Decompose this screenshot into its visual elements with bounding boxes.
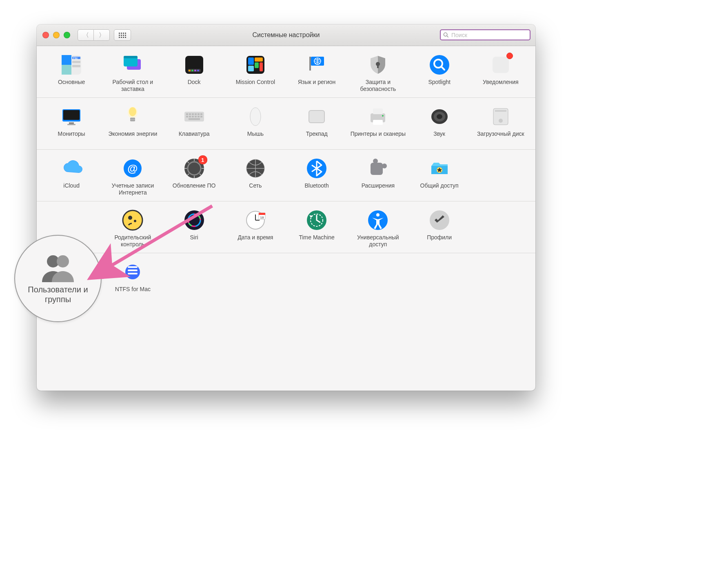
pref-label: Расширения (362, 182, 395, 196)
pref-label: Клавиатура (179, 130, 210, 144)
back-button[interactable]: 〈 (78, 29, 94, 41)
grid-icon (119, 33, 126, 38)
spotlight-icon (428, 53, 451, 76)
red-dot (506, 53, 513, 59)
pref-keyboard[interactable]: Клавиатура (164, 102, 225, 144)
pref-trackpad[interactable]: Трекпад (286, 102, 347, 144)
accessibility-icon (366, 209, 389, 232)
chevron-left-icon: 〈 (83, 31, 89, 39)
pref-internet[interactable]: Учетные записи Интернета (102, 154, 163, 196)
forward-button[interactable]: 〉 (94, 29, 110, 41)
pref-label: Dock (188, 79, 201, 93)
pref-siri[interactable]: Siri (164, 206, 225, 248)
security-icon (366, 53, 389, 76)
trackpad-icon (305, 105, 328, 128)
mouse-icon (244, 105, 267, 128)
pref-general[interactable]: Основные (41, 50, 102, 93)
svg-line-115 (447, 36, 448, 38)
siri-icon (183, 209, 206, 232)
dock-icon (183, 53, 206, 76)
pref-ntfs[interactable]: NTFS for Mac (102, 257, 163, 300)
close-button[interactable] (42, 32, 49, 38)
sound-icon (428, 105, 451, 128)
pref-timemachine[interactable]: Time Machine (286, 206, 347, 248)
profiles-icon (428, 209, 451, 232)
pref-icloud[interactable]: iCloud (41, 154, 102, 196)
pref-notifications[interactable]: Уведомления (470, 50, 531, 93)
pref-label: Time Machine (299, 234, 334, 248)
sharing-icon (428, 157, 451, 180)
search-field[interactable] (440, 29, 530, 40)
pref-network[interactable]: Сеть (225, 154, 286, 196)
pref-sound[interactable]: Звук (409, 102, 470, 144)
pref-label: Учетные записи Интернета (103, 182, 162, 196)
callout-label: Пользователи и группы (15, 285, 101, 304)
titlebar: 〈 〉 Системные настройки (37, 24, 535, 46)
general-icon (60, 53, 83, 76)
users-icon (39, 253, 77, 282)
callout-magnifier: Пользователи и группы (14, 235, 102, 322)
pref-label: Spotlight (428, 79, 450, 93)
printers-icon (366, 105, 389, 128)
pref-label: Основные (58, 79, 85, 93)
pref-language[interactable]: Язык и регион (286, 50, 347, 93)
zoom-button[interactable] (64, 32, 70, 38)
pref-printers[interactable]: Принтеры и сканеры (347, 102, 408, 144)
icloud-icon (60, 157, 83, 180)
pref-startup[interactable]: Загрузочный диск (470, 102, 531, 144)
pref-parental[interactable]: Родительский контроль (102, 206, 163, 248)
pref-sharing[interactable]: Общий доступ (409, 154, 470, 196)
network-icon (244, 157, 267, 180)
pref-label: Мышь (247, 130, 264, 144)
language-icon (305, 53, 328, 76)
pref-label: Уведомления (483, 79, 519, 93)
ntfs-icon (121, 261, 144, 283)
startup-icon (489, 105, 512, 128)
pref-swupdate[interactable]: 1Обновление ПО (164, 154, 225, 196)
show-all-button[interactable] (114, 29, 131, 41)
swupdate-icon: 1 (183, 157, 206, 180)
pref-dock[interactable]: Dock (164, 50, 225, 93)
bluetooth-icon (305, 157, 328, 180)
pref-mission[interactable]: Mission Control (225, 50, 286, 93)
search-input[interactable] (451, 31, 527, 39)
badge: 1 (198, 155, 207, 164)
pref-label: Принтеры и сканеры (351, 130, 406, 144)
pref-label: Bluetooth (305, 182, 329, 196)
minimize-button[interactable] (53, 32, 60, 38)
pref-label: NTFS for Mac (115, 286, 151, 300)
nav-segmented: 〈 〉 (78, 29, 110, 41)
pref-extensions[interactable]: Расширения (347, 154, 408, 196)
pref-datetime[interactable]: Дата и время (225, 206, 286, 248)
pref-displays[interactable]: Мониторы (41, 102, 102, 144)
extensions-icon (366, 157, 389, 180)
mission-icon (244, 53, 267, 76)
pref-label: Родительский контроль (103, 234, 162, 248)
pref-label: Язык и регион (298, 79, 335, 93)
pref-security[interactable]: Защита и безопасность (347, 50, 408, 93)
svg-point-114 (444, 33, 447, 36)
system-preferences-window: 〈 〉 Системные настройки ОсновныеРабочий … (37, 24, 535, 391)
pref-spotlight[interactable]: Spotlight (409, 50, 470, 93)
search-icon (443, 32, 449, 38)
notifications-icon (489, 53, 512, 76)
parental-icon (121, 209, 144, 232)
pref-label: Обновление ПО (173, 182, 216, 196)
pref-desktop[interactable]: Рабочий стол и заставка (102, 50, 163, 93)
pref-mouse[interactable]: Мышь (225, 102, 286, 144)
pref-profiles[interactable]: Профили (409, 206, 470, 248)
pref-accessibility[interactable]: Универсальный доступ (347, 206, 408, 248)
pref-body: ОсновныеРабочий стол и заставкаDockMissi… (37, 46, 535, 391)
chevron-right-icon: 〉 (99, 31, 105, 39)
pref-bluetooth[interactable]: Bluetooth (286, 154, 347, 196)
pref-label: Экономия энергии (108, 130, 157, 144)
traffic-lights (42, 32, 70, 38)
pref-label: Звук (433, 130, 445, 144)
pref-label: Защита и безопасность (348, 79, 408, 93)
pref-energy[interactable]: Экономия энергии (102, 102, 163, 144)
pref-label: Профили (427, 234, 452, 248)
pref-label: Siri (190, 234, 198, 248)
energy-icon (121, 105, 144, 128)
pref-label: Мониторы (58, 130, 85, 144)
desktop-icon (121, 53, 144, 76)
